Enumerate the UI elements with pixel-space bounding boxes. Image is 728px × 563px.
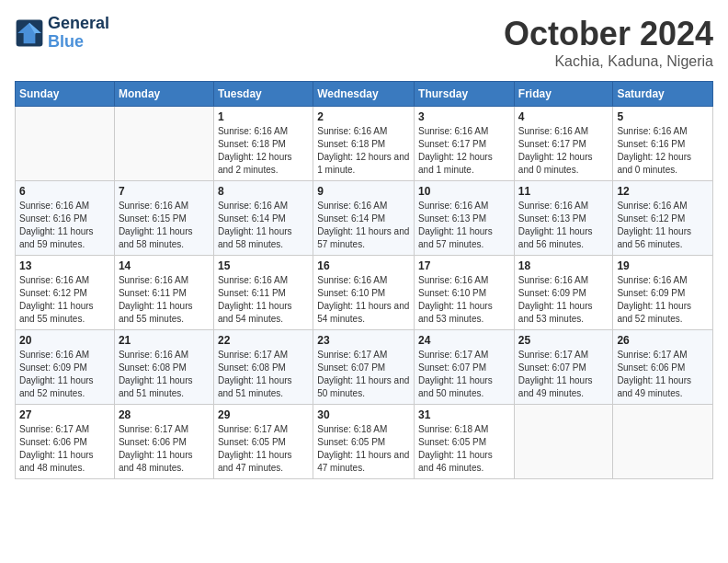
- calendar-cell: 24Sunrise: 6:17 AMSunset: 6:07 PMDayligh…: [415, 330, 515, 405]
- day-info: Sunrise: 6:16 AMSunset: 6:17 PMDaylight:…: [418, 125, 510, 177]
- day-number: 27: [19, 408, 110, 421]
- weekday-header: Friday: [514, 82, 613, 107]
- calendar-week-row: 1Sunrise: 6:16 AMSunset: 6:18 PMDaylight…: [16, 107, 713, 181]
- day-number: 4: [518, 110, 609, 123]
- day-number: 16: [317, 259, 410, 272]
- day-number: 25: [518, 334, 609, 347]
- calendar-cell: 30Sunrise: 6:18 AMSunset: 6:05 PMDayligh…: [313, 405, 415, 479]
- day-info: Sunrise: 6:16 AMSunset: 6:10 PMDaylight:…: [418, 274, 510, 326]
- calendar-header: SundayMondayTuesdayWednesdayThursdayFrid…: [16, 82, 713, 107]
- day-info: Sunrise: 6:17 AMSunset: 6:07 PMDaylight:…: [418, 349, 510, 400]
- day-info: Sunrise: 6:16 AMSunset: 6:09 PMDaylight:…: [19, 349, 110, 400]
- location-subtitle: Kachia, Kaduna, Nigeria: [504, 53, 713, 70]
- day-number: 2: [317, 110, 410, 123]
- calendar-cell: 20Sunrise: 6:16 AMSunset: 6:09 PMDayligh…: [16, 330, 115, 405]
- calendar-table: SundayMondayTuesdayWednesdayThursdayFrid…: [15, 81, 713, 479]
- day-info: Sunrise: 6:17 AMSunset: 6:07 PMDaylight:…: [518, 349, 609, 400]
- weekday-header: Monday: [114, 82, 213, 107]
- day-number: 18: [518, 259, 609, 272]
- calendar-week-row: 6Sunrise: 6:16 AMSunset: 6:16 PMDaylight…: [16, 181, 713, 256]
- calendar-week-row: 27Sunrise: 6:17 AMSunset: 6:06 PMDayligh…: [16, 405, 713, 479]
- day-number: 20: [19, 334, 110, 347]
- calendar-cell: 13Sunrise: 6:16 AMSunset: 6:12 PMDayligh…: [16, 256, 115, 330]
- weekday-header: Thursday: [415, 82, 515, 107]
- day-number: 17: [418, 259, 510, 272]
- calendar-week-row: 13Sunrise: 6:16 AMSunset: 6:12 PMDayligh…: [16, 256, 713, 330]
- calendar-body: 1Sunrise: 6:16 AMSunset: 6:18 PMDaylight…: [16, 107, 713, 479]
- calendar-cell: 2Sunrise: 6:16 AMSunset: 6:18 PMDaylight…: [313, 107, 415, 181]
- day-number: 15: [218, 259, 309, 272]
- day-number: 23: [317, 334, 410, 347]
- day-info: Sunrise: 6:17 AMSunset: 6:06 PMDaylight:…: [617, 349, 709, 400]
- calendar-cell: 15Sunrise: 6:16 AMSunset: 6:11 PMDayligh…: [213, 256, 313, 330]
- calendar-cell: 14Sunrise: 6:16 AMSunset: 6:11 PMDayligh…: [114, 256, 213, 330]
- day-info: Sunrise: 6:16 AMSunset: 6:11 PMDaylight:…: [119, 274, 210, 326]
- calendar-cell: [114, 107, 213, 181]
- day-info: Sunrise: 6:16 AMSunset: 6:15 PMDaylight:…: [119, 200, 210, 251]
- day-info: Sunrise: 6:17 AMSunset: 6:07 PMDaylight:…: [317, 349, 410, 400]
- day-info: Sunrise: 6:16 AMSunset: 6:10 PMDaylight:…: [317, 274, 410, 326]
- day-number: 10: [418, 185, 510, 198]
- day-number: 14: [119, 259, 210, 272]
- day-info: Sunrise: 6:16 AMSunset: 6:16 PMDaylight:…: [19, 200, 110, 251]
- calendar-cell: 11Sunrise: 6:16 AMSunset: 6:13 PMDayligh…: [514, 181, 613, 256]
- day-info: Sunrise: 6:16 AMSunset: 6:13 PMDaylight:…: [518, 200, 609, 251]
- calendar-cell: 27Sunrise: 6:17 AMSunset: 6:06 PMDayligh…: [16, 405, 115, 479]
- logo: General Blue: [15, 15, 109, 52]
- logo-line2: Blue: [48, 33, 109, 52]
- day-info: Sunrise: 6:18 AMSunset: 6:05 PMDaylight:…: [418, 423, 510, 475]
- day-number: 30: [317, 408, 410, 421]
- logo-line1: General: [48, 15, 109, 33]
- calendar-cell: [16, 107, 115, 181]
- day-info: Sunrise: 6:16 AMSunset: 6:12 PMDaylight:…: [617, 200, 709, 251]
- day-info: Sunrise: 6:16 AMSunset: 6:09 PMDaylight:…: [518, 274, 609, 326]
- header-row: SundayMondayTuesdayWednesdayThursdayFrid…: [16, 82, 713, 107]
- calendar-cell: 16Sunrise: 6:16 AMSunset: 6:10 PMDayligh…: [313, 256, 415, 330]
- calendar-week-row: 20Sunrise: 6:16 AMSunset: 6:09 PMDayligh…: [16, 330, 713, 405]
- weekday-header: Saturday: [613, 82, 713, 107]
- calendar-cell: 19Sunrise: 6:16 AMSunset: 6:09 PMDayligh…: [613, 256, 713, 330]
- logo-text: General Blue: [48, 15, 109, 52]
- calendar-cell: 3Sunrise: 6:16 AMSunset: 6:17 PMDaylight…: [415, 107, 515, 181]
- day-info: Sunrise: 6:16 AMSunset: 6:12 PMDaylight:…: [19, 274, 110, 326]
- day-number: 1: [218, 110, 309, 123]
- title-block: October 2024 Kachia, Kaduna, Nigeria: [504, 15, 713, 70]
- logo-icon: [15, 18, 44, 48]
- day-number: 6: [19, 185, 110, 198]
- day-number: 21: [119, 334, 210, 347]
- day-number: 3: [418, 110, 510, 123]
- day-info: Sunrise: 6:16 AMSunset: 6:13 PMDaylight:…: [418, 200, 510, 251]
- day-info: Sunrise: 6:16 AMSunset: 6:08 PMDaylight:…: [119, 349, 210, 400]
- calendar-cell: [514, 405, 613, 479]
- day-number: 9: [317, 185, 410, 198]
- calendar-cell: 12Sunrise: 6:16 AMSunset: 6:12 PMDayligh…: [613, 181, 713, 256]
- day-number: 29: [218, 408, 309, 421]
- day-number: 22: [218, 334, 309, 347]
- calendar-cell: 10Sunrise: 6:16 AMSunset: 6:13 PMDayligh…: [415, 181, 515, 256]
- calendar-cell: 21Sunrise: 6:16 AMSunset: 6:08 PMDayligh…: [114, 330, 213, 405]
- calendar-cell: 25Sunrise: 6:17 AMSunset: 6:07 PMDayligh…: [514, 330, 613, 405]
- day-info: Sunrise: 6:16 AMSunset: 6:09 PMDaylight:…: [617, 274, 709, 326]
- day-info: Sunrise: 6:16 AMSunset: 6:18 PMDaylight:…: [317, 125, 410, 177]
- day-number: 5: [617, 110, 709, 123]
- day-info: Sunrise: 6:16 AMSunset: 6:16 PMDaylight:…: [617, 125, 709, 177]
- day-number: 24: [418, 334, 510, 347]
- day-number: 28: [119, 408, 210, 421]
- day-info: Sunrise: 6:17 AMSunset: 6:08 PMDaylight:…: [218, 349, 309, 400]
- day-number: 11: [518, 185, 609, 198]
- day-info: Sunrise: 6:16 AMSunset: 6:14 PMDaylight:…: [317, 200, 410, 251]
- calendar-cell: [613, 405, 713, 479]
- day-info: Sunrise: 6:17 AMSunset: 6:05 PMDaylight:…: [218, 423, 309, 475]
- weekday-header: Wednesday: [313, 82, 415, 107]
- calendar-cell: 18Sunrise: 6:16 AMSunset: 6:09 PMDayligh…: [514, 256, 613, 330]
- calendar-cell: 31Sunrise: 6:18 AMSunset: 6:05 PMDayligh…: [415, 405, 515, 479]
- weekday-header: Tuesday: [213, 82, 313, 107]
- calendar-cell: 17Sunrise: 6:16 AMSunset: 6:10 PMDayligh…: [415, 256, 515, 330]
- weekday-header: Sunday: [16, 82, 115, 107]
- day-number: 26: [617, 334, 709, 347]
- day-info: Sunrise: 6:18 AMSunset: 6:05 PMDaylight:…: [317, 423, 410, 475]
- calendar-cell: 6Sunrise: 6:16 AMSunset: 6:16 PMDaylight…: [16, 181, 115, 256]
- calendar-cell: 5Sunrise: 6:16 AMSunset: 6:16 PMDaylight…: [613, 107, 713, 181]
- day-number: 12: [617, 185, 709, 198]
- calendar-cell: 29Sunrise: 6:17 AMSunset: 6:05 PMDayligh…: [213, 405, 313, 479]
